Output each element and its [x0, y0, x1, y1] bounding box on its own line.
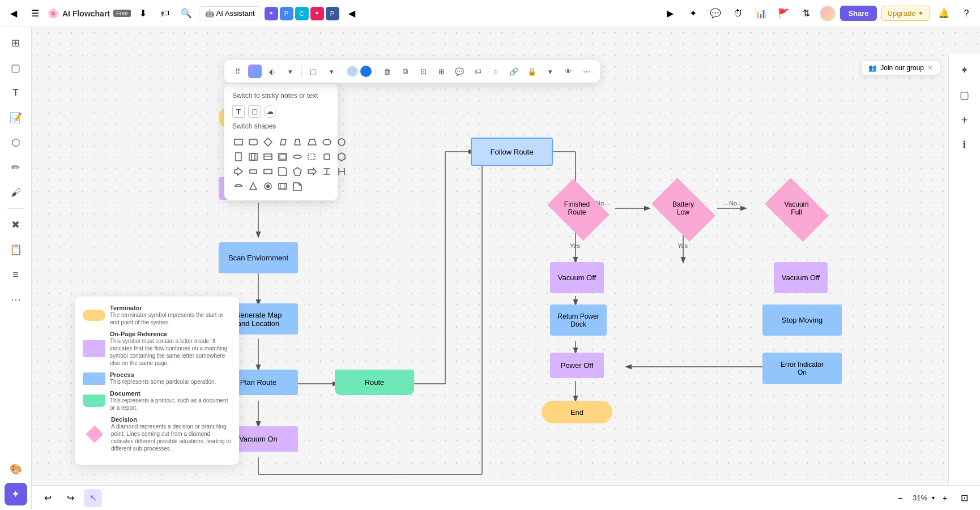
sidebar-item-pen[interactable]: ✏ — [5, 156, 27, 179]
right-icon-magic[interactable]: ✦ — [953, 59, 976, 82]
user-avatar[interactable] — [820, 6, 836, 22]
right-icon-info[interactable]: ℹ — [953, 134, 976, 156]
undo-button[interactable]: ↩ — [39, 489, 57, 507]
shape-hexagon[interactable] — [335, 151, 348, 163]
zoom-dropdown-icon[interactable]: ▾ — [932, 495, 935, 501]
timer-button[interactable]: ⏱ — [729, 5, 747, 23]
eye-btn[interactable]: 👁 — [560, 63, 576, 79]
selection-tool[interactable]: ⬖ — [264, 63, 280, 79]
duplicate-btn[interactable]: ⧉ — [397, 63, 413, 79]
shape-arrow-right[interactable] — [306, 165, 318, 178]
node-return-power[interactable]: Return Power Dock — [550, 305, 607, 336]
shape-inner-rect[interactable] — [276, 151, 289, 163]
node-vacuum-full[interactable]: VacuumFull — [757, 188, 836, 228]
zoom-out-button[interactable]: − — [892, 490, 908, 506]
redo-button[interactable]: ↪ — [61, 489, 79, 507]
sidebar-item-brush[interactable]: 🖌 — [5, 181, 27, 204]
more-btn[interactable]: ⋯ — [578, 63, 594, 79]
comment-button[interactable]: 💬 — [706, 5, 725, 23]
connect-btn[interactable]: ⊞ — [433, 63, 449, 79]
sidebar-item-cross[interactable]: ✖ — [5, 213, 27, 236]
node-vacuum-off2[interactable]: Vacuum Off — [774, 262, 828, 293]
shape-oval[interactable] — [321, 136, 333, 148]
share-button[interactable]: Share — [840, 6, 876, 21]
collapse-button[interactable]: ◀ — [343, 5, 361, 23]
color-stroke[interactable] — [360, 66, 372, 77]
shape-bracket1[interactable] — [306, 151, 318, 163]
sort-button[interactable]: ⇅ — [797, 5, 815, 23]
sidebar-item-list[interactable]: ≡ — [5, 263, 27, 286]
chart-button[interactable]: 📊 — [752, 5, 770, 23]
shape-bracket3[interactable] — [321, 165, 333, 178]
plugin-purple[interactable]: ✦ — [265, 7, 278, 20]
layer-dropdown[interactable]: ▾ — [542, 63, 558, 79]
node-follow-route[interactable]: Follow Route — [471, 138, 553, 166]
canvas-area[interactable]: 👥 Join our group ✕ ⠿ ⬖ ▾ ▢ ▾ 🗑 ⧉ ⊡ ⊞ 💬 🏷… — [32, 27, 980, 510]
sidebar-item-colorful[interactable]: 🎨 — [5, 458, 27, 481]
shape-bracket4[interactable] — [335, 165, 348, 178]
sidebar-item-shapes[interactable]: ⬡ — [5, 131, 27, 154]
node-battery-low[interactable]: BatteryLow — [646, 188, 720, 228]
join-group-banner[interactable]: 👥 Join our group ✕ — [861, 60, 940, 76]
star-button[interactable]: ✦ — [684, 5, 702, 23]
sidebar-item-text[interactable]: T — [5, 82, 27, 104]
play-button[interactable]: ▶ — [661, 5, 679, 23]
plugin-cyan[interactable]: C — [295, 7, 309, 20]
node-end[interactable]: End — [542, 401, 612, 423]
shape-tall-rect[interactable] — [232, 151, 245, 163]
delete-btn[interactable]: 🗑 — [379, 63, 395, 79]
node-stop-moving[interactable]: Stop Moving — [762, 305, 842, 336]
help-button[interactable]: ? — [957, 5, 975, 23]
fit-button[interactable]: ⊡ — [955, 489, 973, 507]
notification-button[interactable]: 🔔 — [935, 5, 953, 23]
switch-cloud-icon[interactable]: ☁ — [264, 105, 276, 118]
shape-wide-oval[interactable] — [291, 151, 304, 163]
sidebar-item-frame[interactable]: ▢ — [5, 57, 27, 79]
tag-btn[interactable]: 🏷 — [470, 63, 485, 79]
shape-triangle[interactable] — [247, 180, 259, 192]
color-fill[interactable] — [347, 66, 358, 77]
align-btn[interactable]: ⊡ — [415, 63, 431, 79]
shape-rect[interactable] — [232, 136, 245, 148]
shape-picker[interactable]: ▢ — [305, 63, 321, 79]
zoom-in-button[interactable]: + — [937, 490, 953, 506]
switch-text-icon[interactable]: T — [232, 105, 245, 118]
shape-bracket2[interactable] — [321, 151, 333, 163]
ai-color-icon[interactable] — [248, 65, 262, 78]
node-route[interactable]: Route — [335, 370, 414, 395]
shape-half-oval[interactable] — [232, 180, 245, 192]
switch-box-icon[interactable]: ▢ — [248, 105, 261, 118]
shape-wide-rect[interactable] — [262, 165, 274, 178]
selection-dropdown[interactable]: ▾ — [282, 63, 298, 79]
shape-bracket5[interactable] — [276, 180, 289, 192]
shape-step[interactable] — [232, 165, 245, 178]
node-power-off[interactable]: Power Off — [550, 353, 604, 378]
back-button[interactable]: ◀ — [5, 5, 23, 23]
sidebar-item-grid[interactable]: ⊞ — [5, 32, 27, 54]
node-vacuum-off1[interactable]: Vacuum Off — [550, 262, 604, 293]
shape-diamond[interactable] — [262, 136, 274, 148]
plugin-pink[interactable]: ✦ — [310, 7, 324, 20]
note-btn[interactable]: 💬 — [451, 63, 467, 79]
node-scan-env[interactable]: Scan Enviornment — [219, 242, 298, 273]
close-icon[interactable]: ✕ — [927, 64, 933, 72]
shape-rect-line[interactable] — [262, 151, 274, 163]
shape-double-rect[interactable] — [247, 151, 259, 163]
shape-note[interactable] — [276, 165, 289, 178]
lock-btn[interactable]: 🔒 — [524, 63, 540, 79]
shape-small-rect[interactable] — [247, 165, 259, 178]
cursor-tool[interactable]: ↖ — [84, 489, 102, 507]
upgrade-button[interactable]: Upgrade ✦ — [881, 6, 930, 21]
shape-page[interactable] — [291, 180, 304, 192]
shape-dropdown[interactable]: ▾ — [323, 63, 339, 79]
sidebar-item-sticky[interactable]: 📝 — [5, 106, 27, 129]
right-icon-frame[interactable]: ▢ — [953, 84, 976, 106]
sidebar-item-dots[interactable]: ⋯ — [5, 288, 27, 311]
download-button[interactable]: ⬇ — [134, 5, 152, 23]
tag-button[interactable]: 🏷 — [156, 5, 174, 23]
shape-parallelogram[interactable] — [276, 136, 289, 148]
node-finished-route[interactable]: FinishedRoute — [550, 188, 604, 228]
link-btn[interactable]: 🔗 — [506, 63, 522, 79]
shape-trapezoid2[interactable] — [306, 136, 318, 148]
sidebar-item-table[interactable]: 📋 — [5, 238, 27, 261]
